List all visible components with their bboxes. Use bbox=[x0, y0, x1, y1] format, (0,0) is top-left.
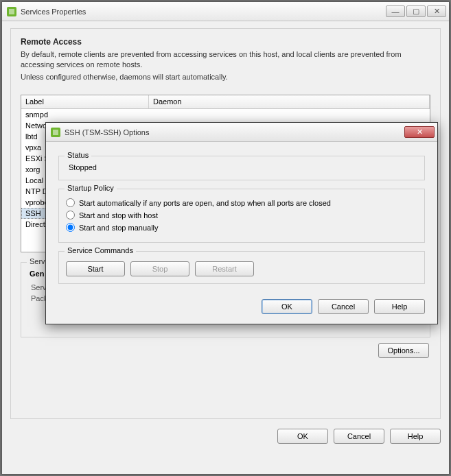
startup-policy-group: Startup Policy Start automatically if an… bbox=[58, 189, 425, 243]
start-button[interactable]: Start bbox=[66, 261, 125, 276]
policy-option-auto[interactable]: Start automatically if any ports are ope… bbox=[66, 198, 417, 207]
policy-label-withhost: Start and stop with host bbox=[79, 211, 158, 219]
status-value: Stopped bbox=[66, 162, 417, 173]
policy-label-auto: Start automatically if any ports are ope… bbox=[79, 199, 331, 207]
modal-content: Status Stopped Startup Policy Start auto… bbox=[46, 142, 437, 324]
modal-titlebar[interactable]: SSH (TSM-SSH) Options ✕ bbox=[46, 123, 437, 142]
status-group: Status Stopped bbox=[58, 156, 425, 180]
esxi-icon bbox=[6, 6, 17, 17]
modal-title: SSH (TSM-SSH) Options bbox=[65, 128, 404, 136]
policy-option-manual[interactable]: Start and stop manually bbox=[66, 223, 417, 232]
list-header: Label Daemon bbox=[21, 95, 430, 109]
modal-cancel-button[interactable]: Cancel bbox=[318, 299, 369, 314]
window-title: Services Properties bbox=[21, 8, 386, 16]
close-button[interactable]: ✕ bbox=[427, 5, 446, 17]
modal-ok-button[interactable]: OK bbox=[262, 299, 312, 314]
radio-manual[interactable] bbox=[66, 223, 75, 232]
description-1: By default, remote clients are prevented… bbox=[21, 49, 430, 70]
cancel-button[interactable]: Cancel bbox=[334, 429, 384, 444]
column-label[interactable]: Label bbox=[21, 95, 149, 108]
column-daemon[interactable]: Daemon bbox=[149, 95, 430, 108]
stop-button[interactable]: Stop bbox=[130, 261, 189, 276]
ssh-options-dialog: SSH (TSM-SSH) Options ✕ Status Stopped S… bbox=[45, 122, 438, 324]
ok-button[interactable]: OK bbox=[277, 429, 328, 444]
modal-close-button[interactable]: ✕ bbox=[404, 126, 435, 138]
main-button-row: OK Cancel Help bbox=[10, 429, 441, 444]
service-commands-legend: Service Commands bbox=[65, 246, 136, 254]
service-commands-group: Service Commands Start Stop Restart bbox=[58, 251, 425, 284]
status-legend: Status bbox=[65, 151, 91, 159]
list-item[interactable]: snmpd bbox=[21, 109, 430, 120]
radio-auto[interactable] bbox=[66, 198, 75, 207]
startup-policy-legend: Startup Policy bbox=[65, 184, 117, 192]
description-2: Unless configured otherwise, daemons wil… bbox=[21, 72, 430, 82]
help-button[interactable]: Help bbox=[390, 429, 441, 444]
modal-button-row: OK Cancel Help bbox=[58, 299, 425, 314]
svg-rect-3 bbox=[53, 130, 58, 135]
policy-label-manual: Start and stop manually bbox=[79, 224, 159, 232]
modal-help-button[interactable]: Help bbox=[374, 299, 425, 314]
restart-button[interactable]: Restart bbox=[195, 261, 254, 276]
options-button[interactable]: Options... bbox=[378, 343, 429, 358]
maximize-button[interactable]: ▢ bbox=[406, 5, 426, 17]
section-title: Remote Access bbox=[21, 37, 430, 47]
radio-withhost[interactable] bbox=[66, 211, 75, 219]
minimize-button[interactable]: — bbox=[386, 5, 405, 17]
policy-option-withhost[interactable]: Start and stop with host bbox=[66, 211, 417, 219]
svg-rect-1 bbox=[9, 9, 14, 14]
titlebar[interactable]: Services Properties — ▢ ✕ bbox=[2, 2, 449, 21]
esxi-icon bbox=[50, 127, 61, 138]
